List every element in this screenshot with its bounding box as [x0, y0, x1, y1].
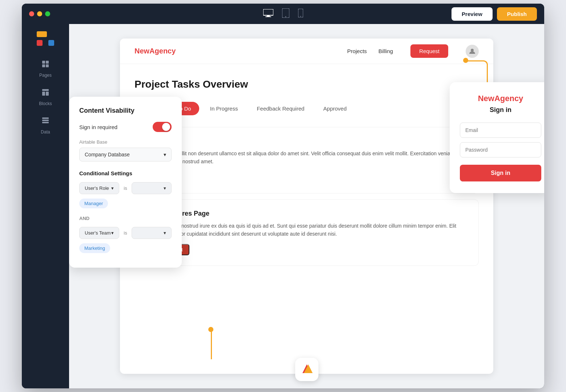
tabs-row: Status To Do In Progress Feedback Requir… [135, 102, 479, 115]
condition-field-role[interactable]: User's Role ▾ [79, 182, 119, 194]
nav-links: Projects Billing Request [347, 44, 479, 58]
data-label: Data [41, 129, 50, 135]
chevron-down-icon-2: ▾ [164, 185, 166, 191]
browser-dots [29, 11, 50, 16]
page-title: Project Tasks Overview [135, 79, 479, 90]
pages-label: Pages [39, 73, 52, 78]
toggle-knob [162, 123, 170, 131]
svg-rect-2 [265, 16, 271, 17]
condition-operator-dropdown[interactable]: ▾ [132, 182, 172, 194]
airtable-base-value: Company Database [85, 152, 130, 157]
svg-point-4 [285, 16, 286, 17]
chevron-down-icon-3: ▾ [111, 230, 114, 236]
condition-field-team[interactable]: User's Team ▾ [79, 227, 119, 239]
pages-icon [41, 60, 50, 71]
condition-row-1: User's Role ▾ is ▾ [79, 182, 172, 194]
tab-feedback[interactable]: Feedback Required [249, 102, 312, 115]
desktop-icon[interactable] [263, 9, 273, 19]
airtable-base-dropdown[interactable]: Company Database ▾ [79, 148, 172, 161]
dot-green[interactable] [45, 11, 50, 16]
condition-field-label: User's Role [85, 185, 109, 191]
and-label: AND [79, 216, 172, 221]
task-name-homepage: Homepage [146, 137, 467, 145]
content-visibility-panel: Content Visability Sign in required Airt… [69, 97, 182, 268]
logo-rect-red [37, 40, 43, 46]
publish-button[interactable]: Publish [497, 7, 537, 21]
chevron-down-icon: ▾ [111, 185, 114, 191]
panel-title: Content Visability [79, 107, 172, 115]
logo-rect-yellow [37, 31, 47, 37]
tab-inprogress[interactable]: In Progress [202, 102, 246, 115]
condition-operator-2: is [122, 230, 128, 236]
logo [37, 31, 54, 46]
tab-approved[interactable]: Approved [315, 102, 354, 115]
browser-actions: Preview Publish [451, 7, 537, 21]
email-input[interactable] [460, 123, 541, 138]
svg-rect-9 [42, 64, 45, 67]
dot-yellow[interactable] [37, 11, 42, 16]
sidebar: Pages Blocks Data [22, 24, 69, 388]
signin-card: NewAgency Sign in Sign in [450, 82, 544, 193]
signin-card-title: Sign in [460, 106, 541, 114]
password-input[interactable] [460, 142, 541, 157]
data-icon [41, 116, 50, 127]
svg-rect-15 [42, 120, 49, 121]
conditional-settings-title: Conditional Settings [79, 170, 172, 176]
website-nav: NewAgency Projects Billing Request [120, 39, 493, 64]
task-card-features: Build Features Page Aliqua id fugiat nos… [135, 199, 479, 266]
svg-point-17 [471, 49, 474, 52]
chevron-down-icon-4: ▾ [164, 230, 166, 236]
nav-projects[interactable]: Projects [347, 48, 367, 54]
task-name-features: Build Features Page [146, 210, 467, 217]
mobile-icon[interactable] [298, 9, 303, 19]
svg-rect-12 [42, 92, 45, 96]
nav-billing[interactable]: Billing [378, 48, 393, 54]
svg-rect-14 [42, 117, 49, 119]
connector-dot-bottom [208, 327, 213, 332]
task-desc-features: Aliqua id fugiat nostrud irure ex duis e… [146, 222, 467, 238]
dot-red[interactable] [29, 11, 34, 16]
browser-titlebar: Preview Publish [22, 4, 544, 24]
connector-dot-top [463, 58, 468, 63]
blocks-icon [41, 88, 50, 99]
site-logo: NewAgency [135, 47, 347, 55]
blocks-label: Blocks [39, 101, 52, 106]
condition-operator: is [122, 185, 128, 191]
signin-card-brand: NewAgency [460, 94, 541, 103]
sidebar-item-blocks[interactable]: Blocks [29, 84, 62, 110]
app-icon [295, 358, 318, 381]
device-icons [263, 8, 303, 19]
chevron-down-icon: ▾ [164, 152, 166, 157]
condition-field-team-label: User's Team [85, 230, 111, 236]
svg-rect-16 [42, 122, 49, 123]
condition-value-manager[interactable]: Manager [79, 199, 108, 208]
svg-rect-0 [263, 9, 273, 15]
svg-point-6 [300, 16, 301, 17]
svg-rect-10 [46, 64, 49, 67]
main-content: NewAgency Projects Billing Request Proje… [69, 24, 544, 388]
signin-required-row: Sign in required [79, 122, 172, 132]
signin-toggle[interactable] [153, 122, 172, 132]
sidebar-item-data[interactable]: Data [29, 113, 62, 138]
tablet-icon[interactable] [282, 8, 289, 19]
logo-rect-blue [48, 40, 54, 46]
condition-row-2: User's Team ▾ is ▾ [79, 227, 172, 239]
svg-rect-13 [46, 92, 49, 96]
sidebar-item-pages[interactable]: Pages [29, 56, 62, 81]
signin-button[interactable]: Sign in [460, 165, 541, 181]
browser-window: Preview Publish Pages [22, 4, 544, 388]
svg-rect-8 [46, 61, 49, 64]
svg-rect-11 [42, 89, 49, 91]
task-desc-homepage: Amet minim mollit non deserunt ullamco e… [146, 149, 467, 166]
condition-value-marketing[interactable]: Marketing [79, 243, 110, 253]
airtable-base-label: Airtable Base [79, 139, 172, 145]
preview-button[interactable]: Preview [451, 7, 493, 21]
user-avatar[interactable] [466, 45, 479, 58]
app-icon-inner [300, 361, 314, 377]
request-button[interactable]: Request [410, 44, 448, 58]
condition-operator-dropdown-2[interactable]: ▾ [132, 227, 172, 239]
svg-rect-7 [42, 61, 45, 64]
signin-required-label: Sign in required [79, 124, 117, 130]
task-card-homepage: Homepage Amet minim mollit non deserunt … [135, 127, 479, 193]
